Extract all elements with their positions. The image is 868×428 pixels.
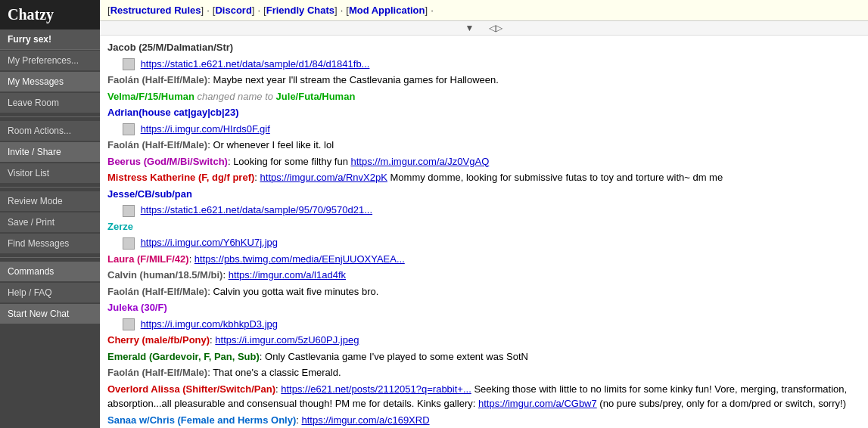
chatter-name: Velma/F/15/Human	[107, 91, 194, 102]
chatter-name: Overlord Alissa (Shifter/Switch/Pan)	[107, 383, 275, 395]
topbar: [Restructured Rules] · [Discord] · [Frie…	[100, 0, 868, 21]
img-line: https://i.imgur.com/HIrds0F.gif	[123, 122, 860, 137]
image-thumb	[123, 58, 135, 70]
chat-line: Faolán (Half-Elf/Male): Or whenever I fe…	[107, 138, 860, 153]
img-line: https://static1.e621.net/data/sample/95/…	[123, 203, 860, 218]
chat-line: Calvin (human/18.5/M/bi): https://imgur.…	[107, 268, 860, 283]
chatter-name: Faolán (Half-Elf/Male)	[107, 367, 207, 378]
my-preferences-button[interactable]: My Preferences...	[0, 51, 100, 70]
chat-line: Emerald (Gardevoir, F, Pan, Sub): Only C…	[107, 349, 860, 364]
visitor-list-button[interactable]: Visitor List	[0, 163, 100, 183]
chat-line: Faolán (Half-Elf/Male): Maybe next year …	[107, 73, 860, 88]
image-thumb	[123, 318, 135, 330]
restructured-rules-link[interactable]: Restructured Rules	[110, 5, 201, 16]
review-mode-button[interactable]: Review Mode	[0, 191, 100, 211]
image-thumb	[123, 237, 135, 250]
chatter-name: Emerald (Gardevoir, F, Pan, Sub)	[107, 351, 260, 362]
chat-link[interactable]: https://e621.net/posts/2112051?q=rabbit+…	[281, 383, 471, 395]
chatter-name: Jacob (25/M/Dalmatian/Str)	[107, 42, 233, 53]
chat-line: Velma/F/15/Human changed name to Jule/Fu…	[107, 89, 860, 104]
chatter-name: Beerus (God/M/Bi/Switch)	[107, 156, 228, 167]
new-name: Jule/Futa/Human	[276, 91, 356, 102]
chat-line: Jesse/CB/sub/pan	[107, 187, 860, 202]
chat-line: Beerus (God/M/Bi/Switch): Looking for so…	[107, 154, 860, 169]
chat-body: Jacob (25/M/Dalmatian/Str) https://stati…	[100, 36, 868, 428]
image-thumb	[123, 123, 135, 135]
chatter-name: Faolán (Half-Elf/Male)	[107, 74, 207, 85]
friendly-chats-link[interactable]: Friendly Chats	[266, 5, 334, 16]
chat-link[interactable]: https://i.imgur.com/5zU60PJ.jpeg	[215, 334, 359, 346]
sidebar-divider-3	[0, 257, 100, 258]
image-link[interactable]: https://i.imgur.com/HIrds0F.gif	[141, 123, 270, 135]
img-line: https://static1.e621.net/data/sample/d1/…	[123, 57, 860, 72]
room-name: Furry sex!	[0, 29, 100, 50]
app-logo: Chatzy	[0, 0, 100, 29]
chat-link[interactable]: https://pbs.twimg.com/media/EEnjUUOXYAEA…	[194, 253, 405, 265]
help-faq-button[interactable]: Help / FAQ	[0, 283, 100, 302]
chatter-name: Faolán (Half-Elf/Male)	[107, 139, 207, 150]
leave-room-button[interactable]: Leave Room	[0, 93, 100, 113]
room-actions-button[interactable]: Room Actions...	[0, 121, 100, 141]
chat-controls: ▼ ◁▷	[100, 21, 868, 36]
image-link[interactable]: https://i.imgur.com/Y6hKU7j.jpg	[141, 237, 278, 248]
image-link[interactable]: https://i.imgur.com/kbhkpD3.jpg	[141, 318, 278, 330]
main-area: [Restructured Rules] · [Discord] · [Frie…	[100, 0, 868, 428]
scroll-down-arrow[interactable]: ▼	[465, 23, 474, 33]
chat-line: Faolán (Half-Elf/Male): Calvin you gotta…	[107, 284, 860, 299]
chat-line: Mistress Katherine (F, dg/f pref): https…	[107, 170, 860, 185]
image-link[interactable]: https://static1.e621.net/data/sample/d1/…	[141, 58, 370, 70]
img-line: https://i.imgur.com/Y6hKU7j.jpg	[123, 235, 860, 250]
img-line: https://i.imgur.com/kbhkpD3.jpg	[123, 317, 860, 332]
chat-link-2[interactable]: https://imgur.com/a/CGbw7	[478, 398, 597, 409]
chatter-name: Faolán (Half-Elf/Male)	[107, 286, 207, 297]
chat-line: Sanaa w/Chris (Female and Herms Only): h…	[107, 413, 860, 428]
sidebar-divider-1	[0, 116, 100, 117]
chat-link[interactable]: https://m.imgur.com/a/Jz0VgAQ	[351, 156, 490, 167]
nav-arrows[interactable]: ◁▷	[489, 23, 502, 33]
chat-line: Zerze	[107, 219, 860, 234]
chat-link[interactable]: https://imgur.com/a/c169XRD	[301, 414, 429, 426]
chatter-name: Sanaa w/Chris (Female and Herms Only)	[107, 414, 296, 426]
chatter-name: Juleka (30/F)	[107, 302, 167, 313]
my-messages-button[interactable]: My Messages	[0, 72, 100, 91]
commands-button[interactable]: Commands	[0, 262, 100, 281]
chat-line: Laura (F/MILF/42): https://pbs.twimg.com…	[107, 252, 860, 267]
chat-line: Overlord Alissa (Shifter/Switch/Pan): ht…	[107, 382, 860, 411]
chatter-name: Laura (F/MILF/42)	[107, 253, 189, 265]
sidebar: Chatzy Furry sex! My Preferences... My M…	[0, 0, 100, 428]
sidebar-divider-2	[0, 187, 100, 188]
start-new-chat-button[interactable]: Start New Chat	[0, 304, 100, 324]
discord-link[interactable]: Discord	[215, 5, 251, 16]
find-messages-button[interactable]: Find Messages	[0, 234, 100, 253]
invite-share-button[interactable]: Invite / Share	[0, 142, 100, 162]
chatter-name: Cherry (male/fb/Pony)	[107, 334, 210, 346]
save-print-button[interactable]: Save / Print	[0, 212, 100, 232]
chat-link[interactable]: https://imgur.com/a/l1ad4fk	[229, 269, 346, 281]
chat-line: Cherry (male/fb/Pony): https://i.imgur.c…	[107, 333, 860, 348]
chatter-name: Adrian(house cat|gay|cb|23)	[107, 107, 238, 118]
chat-line: Adrian(house cat|gay|cb|23)	[107, 105, 860, 120]
mod-application-link[interactable]: Mod Application	[349, 5, 425, 16]
chatter-name: Jesse/CB/sub/pan	[107, 188, 192, 200]
chat-link[interactable]: https://imgur.com/a/RnvX2pK	[260, 172, 387, 183]
image-thumb	[123, 205, 135, 217]
chatter-name: Mistress Katherine (F, dg/f pref)	[107, 172, 254, 183]
chat-line: Juleka (30/F)	[107, 300, 860, 315]
chatter-name: Calvin (human/18.5/M/bi)	[107, 269, 222, 281]
image-link[interactable]: https://static1.e621.net/data/sample/95/…	[141, 204, 372, 216]
chatter-name: Zerze	[107, 221, 133, 232]
chat-line: Faolán (Half-Elf/Male): That one's a cla…	[107, 365, 860, 380]
chat-line: Jacob (25/M/Dalmatian/Str)	[107, 40, 860, 55]
